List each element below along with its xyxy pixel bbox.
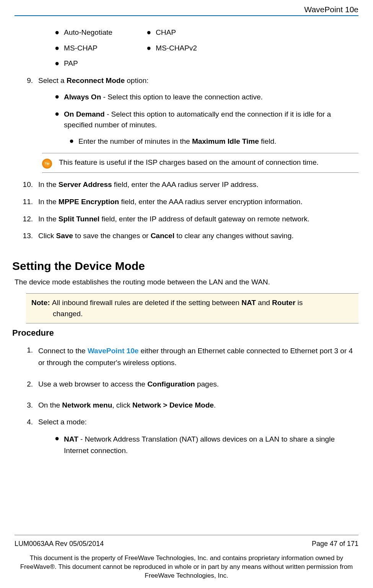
page-footer: LUM0063AA Rev 05/05/2014 Page 47 of 171 … <box>15 535 358 580</box>
step-9: 9.Select a Reconnect Mode option: ●Alway… <box>15 76 358 173</box>
tip-text: This feature is useful if the ISP charge… <box>59 157 319 169</box>
step-number: 11. <box>15 197 38 207</box>
step-12: 12.In the Split Tunnel field, enter the … <box>15 214 358 224</box>
section-heading: Setting the Device Mode <box>12 258 358 274</box>
step-10: 10.In the Server Address field, enter th… <box>15 180 358 190</box>
procedure-step-1: 1.Connect to the WavePoint 10e either th… <box>15 345 358 369</box>
tip-callout: This feature is useful if the ISP charge… <box>42 153 358 173</box>
list-item: ●MS-CHAP <box>55 43 147 54</box>
list-item: ●Always On - Select this option to leave… <box>55 92 358 103</box>
step-number: 2. <box>15 379 38 390</box>
step-number: 4. <box>15 417 38 427</box>
auth-option-label: MS-CHAPv2 <box>156 43 197 54</box>
step-number: 1. <box>15 345 38 356</box>
step-13: 13.Click Save to save the changes or Can… <box>15 231 358 241</box>
list-item: ●Enter the number of minutes in the Maxi… <box>69 136 358 147</box>
procedure-step-2: 2.Use a web browser to access the Config… <box>15 379 358 390</box>
step-number: 10. <box>15 180 38 190</box>
auth-option-label: PAP <box>64 58 78 69</box>
auth-option-label: CHAP <box>156 28 176 38</box>
section-intro: The device mode establishes the routing … <box>15 277 358 288</box>
procedure-step-4: 4.Select a mode: ●NAT - Network Address … <box>15 417 358 456</box>
tip-icon <box>42 159 52 169</box>
wavepoint-link[interactable]: WavePoint 10e <box>88 347 138 355</box>
footer-rev: LUM0063AA Rev 05/05/2014 <box>15 539 104 549</box>
step-number: 3. <box>15 400 38 411</box>
list-item: ●NAT - Network Address Translation (NAT)… <box>55 434 358 457</box>
page-header: WavePoint 10e <box>15 0 358 16</box>
auth-option-label: MS-CHAP <box>64 43 98 54</box>
note-callout: Note: All inbound firewall rules are del… <box>26 293 358 323</box>
procedure-heading: Procedure <box>12 327 358 339</box>
footer-copyright: This document is the property of FreeWav… <box>15 554 358 580</box>
footer-page: Page 47 of 171 <box>312 539 358 549</box>
step-number: 13. <box>15 231 38 241</box>
auth-option-label: Auto-Negotiate <box>64 28 112 38</box>
step-number: 12. <box>15 214 38 224</box>
list-item: ●MS-CHAPv2 <box>147 43 238 54</box>
procedure-step-3: 3.On the Network menu, click Network > D… <box>15 400 358 411</box>
step-number: 9. <box>15 76 38 86</box>
auth-options-list: ●Auto-Negotiate ●CHAP ●MS-CHAP ●MS-CHAPv… <box>55 28 358 69</box>
step-11: 11.In the MPPE Encryption field, enter t… <box>15 197 358 207</box>
list-item: ●Auto-Negotiate <box>55 28 147 38</box>
list-item: ●CHAP <box>147 28 238 38</box>
list-item: ●PAP <box>55 58 147 69</box>
list-item: ●On Demand - Select this option to autom… <box>55 109 358 147</box>
header-title: WavePoint 10e <box>304 4 358 15</box>
